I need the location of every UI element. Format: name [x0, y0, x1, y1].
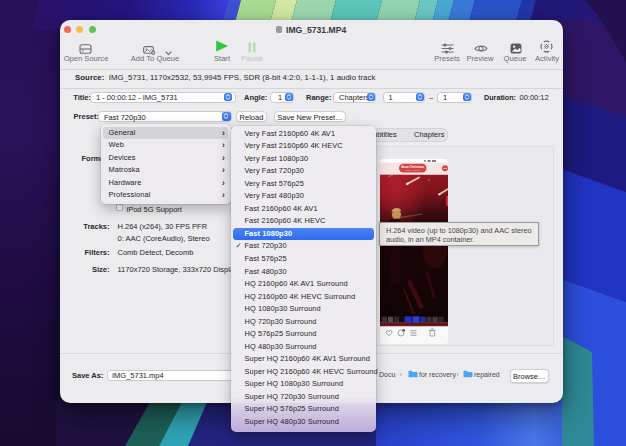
svg-text:Sep 4, 03:08: Sep 4, 03:08: [405, 169, 420, 172]
svg-text:Anna Christmas: Anna Christmas: [401, 165, 424, 169]
